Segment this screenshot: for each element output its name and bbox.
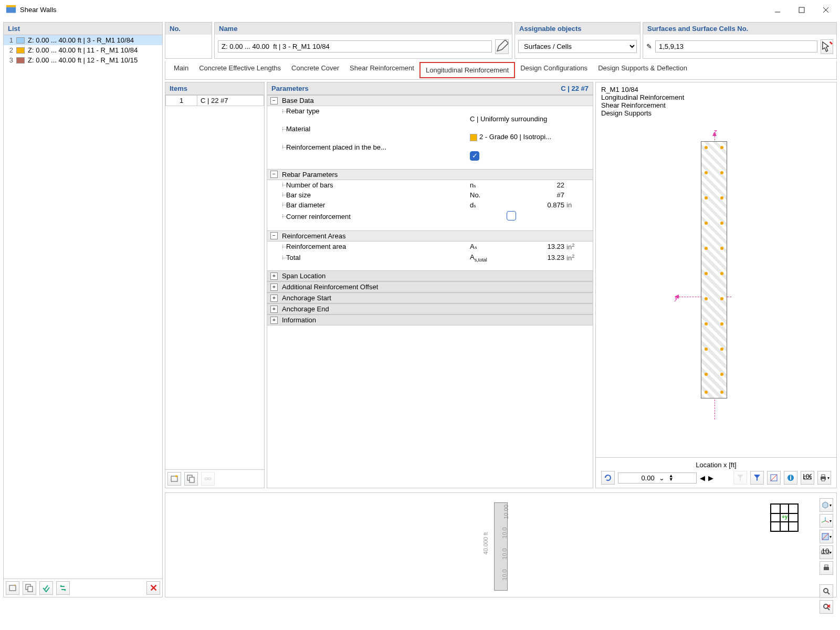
pick-surfaces-button[interactable] — [821, 39, 833, 54]
preview-labels: R_M1 10/84 Longitudinal Reinforcement Sh… — [596, 82, 836, 120]
edit-flag-icon: ✎ — [646, 43, 652, 50]
material-value[interactable]: 2 - Grade 60 | Isotropi... — [470, 133, 590, 141]
svg-rect-24 — [822, 479, 825, 481]
sync-button[interactable] — [56, 581, 70, 595]
table-row: 1C | 22 #7 — [166, 96, 264, 106]
tab-design-config[interactable]: Design Configurations — [515, 61, 593, 79]
group-span-location[interactable]: +Span Location — [267, 270, 593, 281]
copy-item-button[interactable] — [23, 581, 36, 595]
axes-button[interactable]: ▾ — [820, 514, 833, 528]
tab-eff-lengths[interactable]: Concrete Effective Lengths — [194, 61, 286, 79]
app-icon — [5, 4, 17, 16]
filter-clear-button[interactable] — [733, 471, 747, 485]
items-new-button[interactable] — [167, 472, 181, 486]
expand-icon[interactable]: + — [270, 284, 278, 291]
filter-button[interactable] — [750, 471, 764, 485]
rebar-type-value[interactable]: C | Uniformly surrounding — [470, 115, 590, 123]
list-hscroll[interactable] — [4, 573, 162, 579]
list-item[interactable]: 1 Z: 0.00 ... 40.00 ft | 3 - R_M1 10/84 — [4, 35, 162, 45]
measure-button[interactable]: 100 — [801, 471, 814, 485]
tab-supports-deflection[interactable]: Design Supports & Deflection — [593, 61, 692, 79]
collapse-icon[interactable]: − — [270, 171, 278, 178]
window-title: Shear Walls — [20, 6, 57, 14]
view-3d-button[interactable]: ▾ — [820, 498, 833, 512]
collapse-icon[interactable]: − — [270, 232, 278, 239]
svg-text:100: 100 — [803, 474, 812, 480]
svg-point-14 — [205, 478, 208, 480]
svg-line-17 — [771, 475, 777, 481]
location-stepper[interactable]: 0.00⌄▲▼ — [618, 472, 697, 484]
tab-main[interactable]: Main — [169, 61, 194, 79]
cross-section-view[interactable]: z y — [596, 120, 836, 457]
minimize-button[interactable] — [765, 2, 790, 18]
collapse-icon[interactable]: − — [270, 97, 278, 104]
list-item[interactable]: 3 Z: 0.00 ... 40.00 ft | 12 - R_M1 10/15 — [4, 55, 162, 65]
tab-shear-reinforcement[interactable]: Shear Reinforcement — [344, 61, 419, 79]
list-item[interactable]: 2 Z: 0.00 ... 40.00 ft | 11 - R_M1 10/84 — [4, 45, 162, 55]
grid-navigator[interactable]: +y — [770, 503, 800, 533]
items-link-button[interactable] — [201, 472, 215, 486]
info-button[interactable]: i — [784, 471, 797, 485]
expand-icon[interactable]: + — [270, 306, 278, 313]
expand-icon[interactable]: + — [270, 317, 278, 324]
view-section-button[interactable] — [767, 471, 781, 485]
placed-be-checkbox[interactable]: ✓ — [470, 151, 479, 161]
spinner-icon[interactable]: ▲▼ — [669, 474, 674, 481]
list-body: 1 Z: 0.00 ... 40.00 ft | 3 - R_M1 10/84 … — [4, 35, 162, 65]
assignable-select[interactable]: Surfaces / Cells — [518, 40, 637, 53]
tab-bar: Main Concrete Effective Lengths Concrete… — [165, 61, 837, 80]
group-anchorage-end[interactable]: +Anchorage End — [267, 303, 593, 314]
bar-diameter-value[interactable]: 0.875 — [507, 201, 564, 209]
num-bars-value[interactable]: 22 — [507, 181, 564, 189]
svg-line-27 — [822, 521, 825, 522]
group-anchorage-start[interactable]: +Anchorage Start — [267, 292, 593, 303]
edit-name-button[interactable] — [495, 39, 509, 54]
search-button[interactable] — [820, 584, 833, 598]
preview-refresh-button[interactable] — [601, 471, 615, 485]
close-button[interactable] — [814, 2, 838, 18]
section-view-button[interactable]: ▾ — [820, 530, 833, 543]
assignable-field: Assignable objects Surfaces / Cells — [514, 22, 640, 59]
check-button[interactable] — [39, 581, 53, 595]
name-input[interactable] — [218, 40, 492, 52]
group-information[interactable]: +Information — [267, 314, 593, 326]
scale-button[interactable]: 10▾ — [820, 545, 833, 559]
tab-longitudinal-reinforcement[interactable]: Longitudinal Reinforcement — [419, 62, 515, 78]
y-axis-label: y — [675, 293, 678, 301]
svg-point-11 — [175, 475, 177, 477]
items-copy-button[interactable] — [184, 472, 198, 486]
tab-concrete-cover[interactable]: Concrete Cover — [286, 61, 344, 79]
new-item-button[interactable] — [6, 581, 19, 595]
step-prev-icon[interactable]: ◀ — [700, 474, 705, 482]
reinf-total-value: 13.23 — [507, 254, 564, 261]
print-elevation-button[interactable] — [820, 561, 833, 575]
surfaces-field: Surfaces and Surface Cells No. ✎ — [643, 22, 837, 59]
delete-button[interactable]: ✕ — [146, 581, 160, 595]
group-base-data[interactable]: −Base Data — [267, 95, 593, 106]
chevron-down-icon[interactable]: ⌄ — [659, 474, 665, 482]
svg-rect-23 — [822, 475, 825, 477]
expand-icon[interactable]: + — [270, 272, 278, 280]
svg-line-37 — [827, 608, 830, 610]
group-reinf-areas[interactable]: −Reinforcement Areas — [267, 230, 593, 242]
group-rebar-params[interactable]: −Rebar Parameters — [267, 169, 593, 180]
parameters-header: Parameters — [267, 82, 313, 94]
clear-search-button[interactable] — [820, 600, 833, 614]
svg-point-15 — [208, 478, 211, 480]
rebar-type-label: Rebar type — [286, 107, 470, 115]
svg-text:10: 10 — [822, 548, 829, 555]
expand-icon[interactable]: + — [270, 295, 278, 302]
group-add-reinf-offset[interactable]: +Additional Reinforcement Offset — [267, 281, 593, 292]
step-next-icon[interactable]: ▶ — [708, 474, 713, 482]
elevation-panel[interactable]: 40.000 ft 10.0 10.0 10.0 10.00 +y ▾ ▾ ▾ … — [165, 492, 837, 597]
list-header: List — [4, 23, 162, 35]
print-button[interactable]: ▾ — [817, 471, 831, 485]
bar-size-value[interactable]: #7 — [507, 191, 564, 199]
corner-reinf-checkbox[interactable] — [507, 211, 516, 220]
svg-text:i: i — [790, 474, 792, 481]
surfaces-input[interactable] — [655, 40, 817, 52]
items-panel: Items 1C | 22 #7 — [165, 82, 265, 488]
items-table[interactable]: 1C | 22 #7 — [165, 95, 264, 106]
reinf-area-value: 13.23 — [507, 243, 564, 250]
maximize-button[interactable] — [790, 2, 814, 18]
